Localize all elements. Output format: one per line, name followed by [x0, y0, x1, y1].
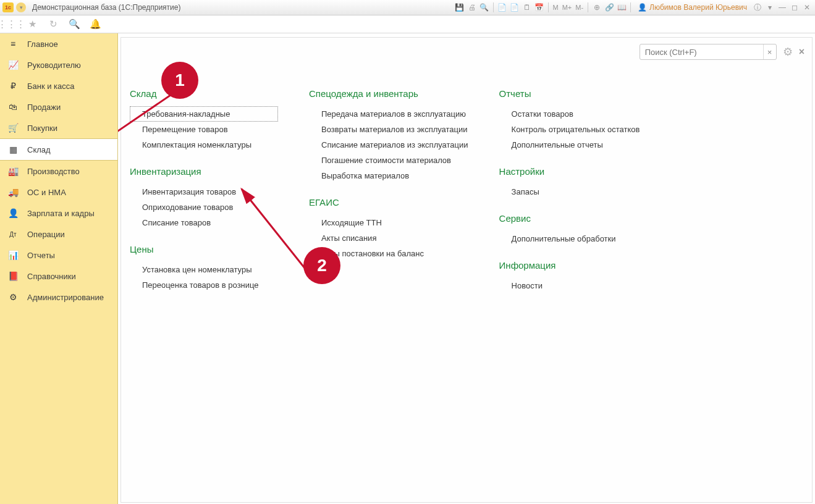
search-input[interactable] [640, 48, 763, 57]
column-2: Спецодежда и инвентарь Передача материал… [309, 88, 468, 293]
group-warehouse[interactable]: Склад [130, 88, 278, 99]
link-writeoff-mat[interactable]: Списание материалов из эксплуатации [309, 137, 468, 153]
link-news[interactable]: Новости [499, 278, 648, 293]
link-neg-control[interactable]: Контроль отрицательных остатков [499, 122, 648, 137]
preview-icon[interactable]: 🔍 [479, 2, 490, 13]
group-info[interactable]: Информация [499, 260, 648, 271]
link-addl-processing[interactable]: Дополнительные обработки [499, 231, 648, 246]
print-icon[interactable]: 🖨 [467, 2, 478, 13]
cart-icon: 🛒 [7, 122, 19, 133]
nav-label: Руководителю [27, 61, 81, 70]
link-inv-goods[interactable]: Инвентаризация товаров [130, 184, 278, 200]
group-settings[interactable]: Настройки [499, 166, 648, 177]
doc2-icon[interactable]: 📄 [509, 2, 520, 13]
link-balance-acts[interactable]: Акты постановки на баланс [309, 246, 468, 261]
link-writeoff-acts[interactable]: Акты списания [309, 230, 468, 246]
group-service[interactable]: Сервис [499, 213, 648, 224]
group-inventory[interactable]: Инвентаризация [130, 166, 278, 177]
star-icon[interactable]: ★ [26, 18, 38, 30]
settings-gear-icon[interactable]: ⚙ [783, 45, 793, 59]
separator [630, 2, 631, 12]
nav-label: Операции [27, 230, 65, 239]
nav-label: Склад [27, 145, 51, 154]
nav-reports[interactable]: 📊Отчеты [0, 245, 117, 266]
calendar-icon[interactable]: 📅 [534, 2, 545, 13]
link-requirements[interactable]: Требования-накладные [130, 106, 278, 122]
nav-manager[interactable]: 📈Руководителю [0, 54, 117, 75]
memory-m[interactable]: M [552, 4, 560, 11]
close-panel-icon[interactable]: × [799, 46, 804, 57]
group-prices[interactable]: Цены [130, 244, 278, 254]
minimize-icon[interactable]: — [777, 2, 788, 13]
link-icon[interactable]: 🔗 [604, 2, 615, 13]
nav-production[interactable]: 🏭Производство [0, 161, 117, 182]
group-egais[interactable]: ЕГАИС [309, 197, 468, 208]
link-stocks[interactable]: Запасы [499, 184, 648, 200]
bell-icon[interactable]: 🔔 [89, 18, 101, 30]
factory-icon: 🏭 [7, 166, 19, 177]
nav-label: Главное [27, 40, 58, 49]
group-reports[interactable]: Отчеты [499, 88, 648, 99]
nav-sales[interactable]: 🛍Продажи [0, 96, 117, 117]
link-output-mat[interactable]: Выработка материалов [309, 168, 468, 183]
group-workwear[interactable]: Спецодежда и инвентарь [309, 88, 468, 99]
link-out-ttn[interactable]: Исходящие ТТН [309, 215, 468, 230]
link-stock-remains[interactable]: Остатки товаров [499, 106, 648, 122]
sidebar: ≡Главное 📈Руководителю ₽Банк и касса 🛍Пр… [0, 33, 118, 504]
search-tb-icon[interactable]: 🔍 [68, 18, 80, 30]
memory-mplus[interactable]: M+ [561, 4, 573, 11]
gear-icon: ⚙ [7, 292, 19, 303]
menu-icon: ≡ [7, 38, 19, 49]
grid-icon[interactable]: ⋮⋮⋮ [5, 18, 17, 30]
nav-operations[interactable]: ДтОперации [0, 224, 117, 245]
link-complectation[interactable]: Комплектация номенклатуры [130, 137, 278, 153]
link-return-mat[interactable]: Возвраты материалов из эксплуатации [309, 122, 468, 137]
link-move-goods[interactable]: Перемещение товаров [130, 122, 278, 137]
nav-label: Покупки [27, 124, 57, 133]
link-cost-mat[interactable]: Погашение стоимости материалов [309, 153, 468, 168]
save-icon[interactable]: 💾 [454, 2, 465, 13]
zoom-icon[interactable]: ⊕ [591, 2, 602, 13]
close-window-icon[interactable]: ✕ [801, 2, 813, 13]
clear-search-button[interactable]: × [763, 44, 776, 59]
nav-label: Банк и касса [27, 82, 75, 91]
history-icon[interactable]: ↻ [47, 18, 59, 30]
link-inv-writeoff[interactable]: Списание товаров [130, 215, 278, 230]
secondary-toolbar: ⋮⋮⋮ ★ ↻ 🔍 🔔 [0, 15, 815, 33]
dropdown-icon[interactable]: ▾ [764, 2, 775, 13]
book-icon[interactable]: 📖 [616, 2, 627, 13]
nav-main[interactable]: ≡Главное [0, 33, 117, 54]
chart-icon: 📈 [7, 59, 19, 70]
truck-icon: 🚚 [7, 187, 19, 198]
report-icon: 📊 [7, 250, 19, 261]
link-revalue[interactable]: Переоценка товаров в рознице [130, 277, 278, 293]
calc-icon[interactable]: 🗒 [522, 2, 533, 13]
window-title: Демонстрационная база (1С:Предприятие) [32, 3, 180, 12]
link-inv-received[interactable]: Оприходование товаров [130, 200, 278, 215]
column-3: Отчеты Остатки товаров Контроль отрицате… [499, 88, 648, 293]
nav-label: Справочники [27, 272, 76, 281]
maximize-icon[interactable]: ◻ [789, 2, 800, 13]
doc1-icon[interactable]: 📄 [497, 2, 508, 13]
nav-warehouse[interactable]: ▦Склад [0, 138, 117, 161]
link-set-prices[interactable]: Установка цен номенклатуры [130, 262, 278, 277]
nav-admin[interactable]: ⚙Администрирование [0, 287, 117, 308]
ruble-icon: ₽ [7, 80, 19, 91]
nav-refs[interactable]: 📕Справочники [0, 266, 117, 287]
nav-label: Отчеты [27, 251, 55, 260]
app-logo: 1c [2, 2, 14, 12]
nav-assets[interactable]: 🚚ОС и НМА [0, 182, 117, 203]
link-addl-reports[interactable]: Дополнительные отчеты [499, 137, 648, 153]
nav-purchases[interactable]: 🛒Покупки [0, 117, 117, 138]
main-menu-dropdown[interactable]: ▾ [16, 2, 26, 12]
current-user[interactable]: 👤 Любимов Валерий Юрьевич [638, 3, 747, 12]
nav-payroll[interactable]: 👤Зарплата и кадры [0, 203, 117, 224]
nav-bank[interactable]: ₽Банк и касса [0, 75, 117, 96]
info-icon[interactable]: ⓘ [752, 2, 763, 13]
memory-mminus[interactable]: M- [574, 4, 585, 11]
main-panel: × ⚙ × Склад Требования-накладные Перемещ… [118, 33, 815, 504]
link-transfer-mat[interactable]: Передача материалов в эксплуатацию [309, 106, 468, 122]
dtkt-icon: Дт [7, 229, 19, 240]
nav-label: Зарплата и кадры [27, 209, 95, 218]
user-icon: 👤 [638, 3, 647, 12]
